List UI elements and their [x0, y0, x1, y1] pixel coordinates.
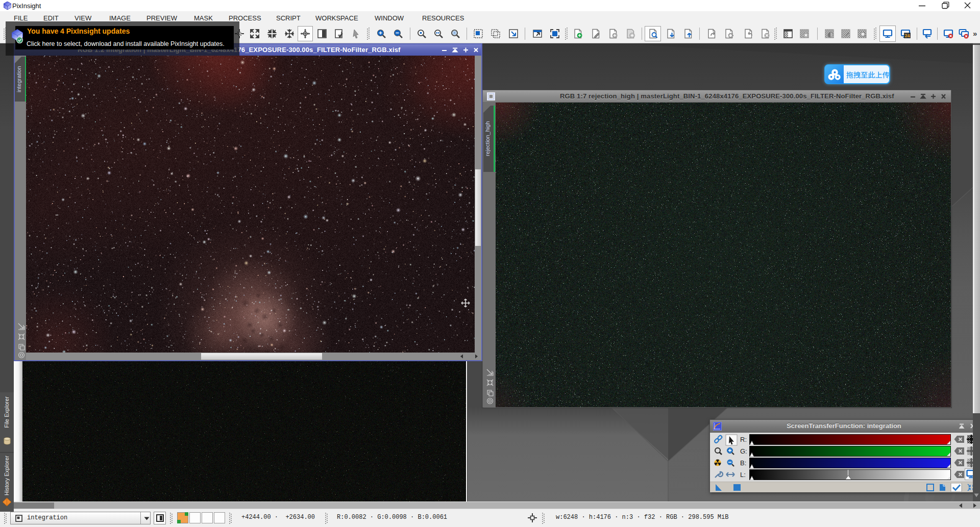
svg-text:24: 24 [904, 33, 910, 38]
